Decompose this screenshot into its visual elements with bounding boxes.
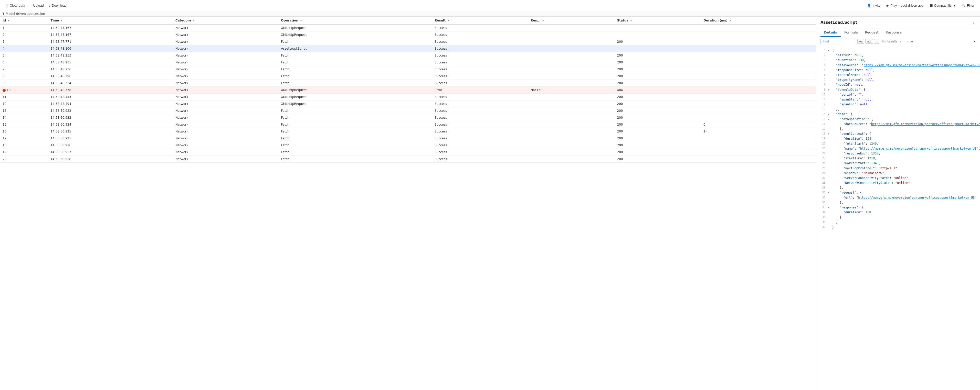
table-row[interactable]: 814:58:48.296NetworkFetchSuccess200 bbox=[0, 73, 816, 80]
code-line: 16 "dataSource": "https://mem.gfx.ms/mev… bbox=[816, 122, 980, 127]
error-indicator bbox=[3, 89, 6, 92]
code-line: 19 "duration": 138, bbox=[816, 136, 980, 141]
table-row[interactable]: 1714:58:50.925NetworkFetchSuccess200 bbox=[0, 135, 816, 142]
table-header-row: Id ▾ Time ▾ Category ▾ Operation bbox=[0, 17, 816, 25]
table-row[interactable]: 514:58:48.233NetworkFetchSuccess200 bbox=[0, 52, 816, 59]
code-line: 11 "spanStart": null, bbox=[816, 97, 980, 102]
chevron-down-icon: ▾ bbox=[954, 3, 955, 8]
table-row[interactable]: 1614:58:50.925NetworkFetchSuccess2001,( bbox=[0, 128, 816, 135]
line-toggle-icon[interactable]: ▾ bbox=[827, 132, 831, 136]
code-line: 14▾ "data": { bbox=[816, 112, 980, 117]
table-row[interactable]: 1314:58:50.922NetworkFetchSuccess200 bbox=[0, 108, 816, 114]
tab-response[interactable]: Response bbox=[882, 29, 905, 37]
line-toggle-icon[interactable]: ▾ bbox=[827, 117, 831, 122]
tab-formula[interactable]: Formula bbox=[841, 29, 861, 37]
table-row[interactable]: 314:58:47.771NetworkFetchSuccess200 bbox=[0, 38, 816, 45]
tab-request[interactable]: Request bbox=[861, 29, 882, 37]
panel-tabs: Details Formula Request Response bbox=[816, 29, 980, 37]
panel-close-button[interactable]: › bbox=[971, 19, 976, 25]
line-toggle-icon[interactable]: ▾ bbox=[827, 190, 831, 195]
tab-details[interactable]: Details bbox=[821, 29, 841, 37]
code-line: 15▾ "dataOperation": { bbox=[816, 117, 980, 122]
code-line: 4 "dataSource": "https://mem.gfx.ms/meve… bbox=[816, 63, 980, 68]
code-container[interactable]: 1▾{2 "status": null,3 "duration": 138,4 … bbox=[816, 46, 980, 390]
table-row[interactable]: 1114:58:48.453NetworkXMLHttpRequestSucce… bbox=[0, 94, 816, 100]
code-line: 29 }, bbox=[816, 185, 980, 190]
col-header-result[interactable]: Result ▾ bbox=[432, 17, 528, 25]
code-line: 18▾ "eventContext": { bbox=[816, 132, 980, 136]
filter-icon: 🔍 bbox=[962, 3, 966, 8]
find-prev-button[interactable]: ← bbox=[899, 40, 904, 44]
invite-button[interactable]: 👤 Invite bbox=[864, 3, 883, 8]
col-header-res[interactable]: Res... ▾ bbox=[528, 17, 614, 25]
data-table: Id ▾ Time ▾ Category ▾ Operation bbox=[0, 17, 816, 163]
find-input[interactable] bbox=[821, 39, 856, 44]
table-row[interactable]: 1414:58:50.922NetworkFetchSuccess200 bbox=[0, 114, 816, 121]
upload-button[interactable]: ↑ Upload bbox=[28, 3, 46, 8]
find-lines-button[interactable]: ≡ bbox=[910, 40, 914, 44]
table-row[interactable]: 1014:58:48.378NetworkXMLHttpRequestError… bbox=[0, 87, 816, 94]
table-row[interactable]: 714:58:48.236NetworkFetchSuccess200 bbox=[0, 66, 816, 73]
table-row[interactable]: 214:58:47.167NetworkXMLHttpRequestSucces… bbox=[0, 32, 816, 38]
table-row[interactable]: 1514:58:50.924NetworkFetchSuccess2000 bbox=[0, 121, 816, 128]
table-row[interactable]: 2014:58:50.928NetworkFetchSuccess200 bbox=[0, 156, 816, 163]
table-row[interactable]: 1214:58:48.494NetworkXMLHttpRequestSucce… bbox=[0, 100, 816, 108]
code-line: 36 } bbox=[816, 220, 980, 225]
code-line: 2 "status": null, bbox=[816, 53, 980, 58]
col-header-status[interactable]: Status ▾ bbox=[614, 17, 701, 25]
find-match-case-button[interactable]: Aa bbox=[858, 39, 864, 44]
left-panel: Id ▾ Time ▾ Category ▾ Operation bbox=[0, 17, 816, 390]
code-line: 12 "spanEnd": null bbox=[816, 102, 980, 107]
table-row[interactable]: 1814:58:50.926NetworkFetchSuccess200 bbox=[0, 142, 816, 149]
code-line: 21 "name": "https://mem.gfx.ms/meversion… bbox=[816, 146, 980, 151]
sort-icon-res: ▾ bbox=[542, 19, 544, 22]
table-row[interactable]: 114:58:47.167NetworkXMLHttpRequestSucces… bbox=[0, 25, 816, 32]
find-whole-word-button[interactable]: ab| bbox=[865, 39, 873, 44]
line-toggle-icon[interactable]: ▾ bbox=[827, 205, 831, 210]
code-line: 1▾{ bbox=[816, 48, 980, 53]
download-icon: ↓ bbox=[49, 3, 51, 8]
sort-icon-category: ▾ bbox=[193, 19, 194, 22]
find-status: No Results bbox=[881, 40, 897, 43]
sort-icon-id: ▾ bbox=[8, 19, 9, 22]
col-header-time[interactable]: Time ▾ bbox=[48, 17, 173, 25]
line-toggle-icon[interactable]: ▾ bbox=[827, 48, 831, 53]
table-row[interactable]: 1914:58:50.927NetworkFetchSuccess200 bbox=[0, 149, 816, 156]
table-row[interactable]: 614:58:48.235NetworkFetchSuccess200 bbox=[0, 59, 816, 66]
filter-button[interactable]: 🔍 Filter bbox=[959, 3, 977, 8]
code-line: 37 } bbox=[816, 225, 980, 230]
play-model-driven-app-button[interactable]: ▶ Play model-driven app bbox=[884, 3, 926, 8]
code-line: 25 "nextHopProtocol": "http/1.1", bbox=[816, 166, 980, 171]
code-line: 5 "responseSize": null, bbox=[816, 68, 980, 73]
sort-icon-time: ▾ bbox=[61, 19, 62, 22]
download-button[interactable]: ↓ Download bbox=[46, 3, 69, 8]
compact-list-button[interactable]: ☰ Compact list ▾ bbox=[927, 3, 958, 8]
col-header-duration[interactable]: Duration (ms) ▾ bbox=[701, 17, 816, 25]
code-line: 35 } bbox=[816, 215, 980, 220]
line-toggle-icon[interactable]: ▾ bbox=[827, 87, 831, 92]
table-row[interactable]: 914:58:48.324NetworkFetchSuccess200 bbox=[0, 80, 816, 87]
col-header-id[interactable]: Id ▾ bbox=[0, 17, 48, 25]
find-close-button[interactable]: ✕ bbox=[973, 40, 976, 43]
code-line: 26 "window": "MainWindow", bbox=[816, 171, 980, 176]
table-row[interactable]: 414:58:48.106NetworkAssetLoad.ScriptSucc… bbox=[0, 45, 816, 52]
code-line: 10 "script": "", bbox=[816, 92, 980, 97]
session-label: Model-driven app session bbox=[6, 12, 45, 16]
code-line: 9▾ "formulaData": { bbox=[816, 87, 980, 92]
find-regex-button[interactable]: .* bbox=[874, 39, 879, 44]
line-toggle-icon[interactable]: ▾ bbox=[827, 112, 831, 117]
clear-icon: ✕ bbox=[6, 3, 8, 8]
panel-header: AssetLoad.Script › bbox=[816, 17, 980, 29]
toolbar-right: 👤 Invite ▶ Play model-driven app ☰ Compa… bbox=[864, 3, 977, 8]
find-next-button[interactable]: → bbox=[904, 40, 909, 44]
code-line: 30▾ "request": { bbox=[816, 190, 980, 195]
panel-title: AssetLoad.Script bbox=[821, 20, 971, 25]
play-icon: ▶ bbox=[886, 3, 889, 8]
code-line: 33▾ "response": { bbox=[816, 205, 980, 210]
col-header-category[interactable]: Category ▾ bbox=[173, 17, 278, 25]
table-container[interactable]: Id ▾ Time ▾ Category ▾ Operation bbox=[0, 17, 816, 390]
code-line: 32 }, bbox=[816, 200, 980, 205]
code-line: 22 "responseEnd": 1357, bbox=[816, 151, 980, 156]
col-header-operation[interactable]: Operation ▾ bbox=[278, 17, 432, 25]
clear-data-button[interactable]: ✕ Clear data bbox=[3, 3, 28, 8]
